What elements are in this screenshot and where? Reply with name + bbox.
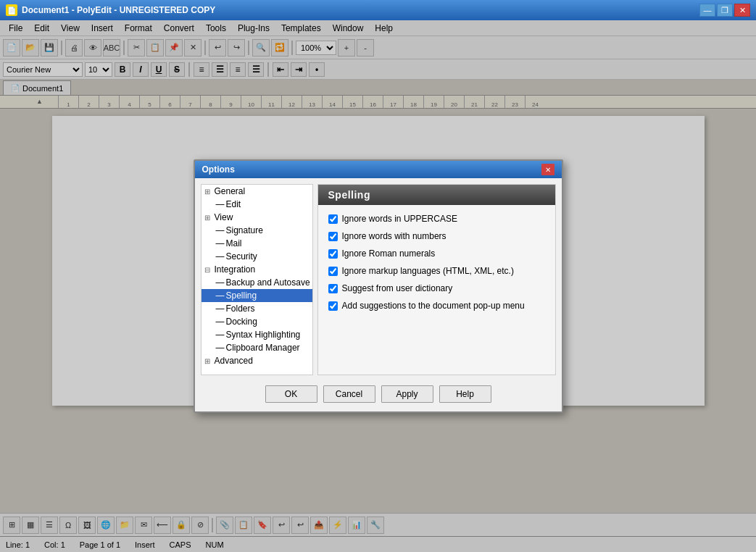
tree-item-folders[interactable]: — Folders xyxy=(202,302,312,315)
tree-item-security[interactable]: — Security xyxy=(202,250,312,263)
expander-icon: ⊞ xyxy=(204,357,213,365)
checkbox-label-markup[interactable]: Ignore markup languages (HTML, XML, etc.… xyxy=(342,266,514,276)
title-bar: 📄 Document1 - PolyEdit - UNREGISTERED CO… xyxy=(0,0,756,20)
tree-item-label: Syntax Highlighting xyxy=(226,330,301,340)
tree-item-spelling[interactable]: — Spelling xyxy=(202,289,312,302)
tree-item-view[interactable]: ⊞ View xyxy=(202,211,312,224)
tree-item-label: Docking xyxy=(226,317,257,327)
apply-button[interactable]: Apply xyxy=(381,385,433,403)
content-body: Ignore words in UPPERCASE Ignore words w… xyxy=(318,205,555,375)
checkbox-label-uppercase[interactable]: Ignore words in UPPERCASE xyxy=(342,214,457,224)
options-dialog: Options ✕ ⊞ General — Edit ⊞ xyxy=(194,159,563,413)
tree-item-mail[interactable]: — Mail xyxy=(202,237,312,250)
checkbox-numbers[interactable] xyxy=(328,232,338,241)
checkbox-row-5: Suggest from user dictionary xyxy=(328,283,545,293)
tree-item-signature[interactable]: — Signature xyxy=(202,224,312,237)
dialog-title-text: Options xyxy=(202,164,235,175)
tree-indent: — xyxy=(216,277,225,288)
checkbox-markup[interactable] xyxy=(328,267,338,276)
checkbox-popup[interactable] xyxy=(328,301,338,311)
checkbox-row-2: Ignore words with numbers xyxy=(328,231,545,241)
tree-indent: — xyxy=(216,199,225,209)
tree-item-label: Integration xyxy=(215,264,256,275)
tree-item-syntax[interactable]: — Syntax Highlighting xyxy=(202,328,312,341)
checkbox-row-3: Ignore Roman numerals xyxy=(328,248,545,259)
tree-item-label: Backup and Autosave xyxy=(226,277,310,288)
app-icon: 📄 xyxy=(6,4,17,16)
tree-indent: — xyxy=(216,238,225,248)
tree-item-edit[interactable]: — Edit xyxy=(202,198,312,211)
tree-indent: — xyxy=(216,251,225,262)
tree-indent: — xyxy=(216,304,225,314)
minimize-button[interactable]: — xyxy=(699,4,715,17)
checkbox-row-1: Ignore words in UPPERCASE xyxy=(328,214,545,224)
tree-indent: — xyxy=(216,330,225,340)
tree-item-label: Folders xyxy=(226,304,255,314)
expander-icon: ⊟ xyxy=(204,266,213,274)
tree-item-label: Signature xyxy=(226,225,263,235)
cancel-button[interactable]: Cancel xyxy=(323,385,375,403)
checkbox-label-roman[interactable]: Ignore Roman numerals xyxy=(342,248,436,259)
section-header: Spelling xyxy=(318,185,555,205)
dialog-body: ⊞ General — Edit ⊞ View — Signature xyxy=(195,178,562,381)
tree-item-label: Security xyxy=(226,251,257,262)
checkbox-label-numbers[interactable]: Ignore words with numbers xyxy=(342,231,446,241)
checkbox-user-dict[interactable] xyxy=(328,284,338,293)
tree-item-backup[interactable]: — Backup and Autosave xyxy=(202,276,312,289)
restore-button[interactable]: ❐ xyxy=(717,4,733,17)
tree-item-advanced[interactable]: ⊞ Advanced xyxy=(202,354,312,367)
tree-item-integration[interactable]: ⊟ Integration xyxy=(202,263,312,276)
tree-item-label: Clipboard Manager xyxy=(226,343,300,353)
tree-indent: — xyxy=(216,317,225,327)
tree-item-label: Edit xyxy=(226,199,241,209)
checkbox-row-4: Ignore markup languages (HTML, XML, etc.… xyxy=(328,266,545,276)
tree-indent: — xyxy=(216,343,225,353)
tree-indent: — xyxy=(216,290,225,301)
close-button[interactable]: ✕ xyxy=(734,4,750,17)
checkbox-row-6: Add suggestions to the document pop-up m… xyxy=(328,301,545,311)
modal-overlay: Options ✕ ⊞ General — Edit ⊞ xyxy=(0,20,756,552)
window-title: Document1 - PolyEdit - UNREGISTERED COPY xyxy=(22,5,215,15)
help-button[interactable]: Help xyxy=(439,385,491,403)
tree-item-docking[interactable]: — Docking xyxy=(202,315,312,328)
ok-button[interactable]: OK xyxy=(265,385,317,403)
section-title: Spelling xyxy=(328,189,370,201)
tree-panel: ⊞ General — Edit ⊞ View — Signature xyxy=(201,184,313,375)
dialog-close-button[interactable]: ✕ xyxy=(541,164,554,175)
tree-item-label: Mail xyxy=(226,238,242,248)
checkbox-uppercase[interactable] xyxy=(328,214,338,224)
checkbox-roman[interactable] xyxy=(328,249,338,259)
tree-item-label: Spelling xyxy=(226,290,257,301)
tree-item-label: View xyxy=(215,212,233,222)
expander-icon: ⊞ xyxy=(204,188,213,196)
tree-item-label: General xyxy=(215,186,246,196)
window-controls: — ❐ ✕ xyxy=(699,4,750,17)
content-panel: Spelling Ignore words in UPPERCASE Ignor… xyxy=(317,184,556,375)
tree-item-general[interactable]: ⊞ General xyxy=(202,185,312,198)
expander-icon: ⊞ xyxy=(204,214,213,222)
dialog-buttons: OK Cancel Apply Help xyxy=(195,381,562,406)
tree-item-clipboard[interactable]: — Clipboard Manager xyxy=(202,341,312,354)
checkbox-label-popup[interactable]: Add suggestions to the document pop-up m… xyxy=(342,301,525,311)
dialog-title-bar: Options ✕ xyxy=(195,161,562,178)
tree-indent: — xyxy=(216,225,225,235)
checkbox-label-user-dict[interactable]: Suggest from user dictionary xyxy=(342,283,453,293)
tree-item-label: Advanced xyxy=(215,356,253,366)
